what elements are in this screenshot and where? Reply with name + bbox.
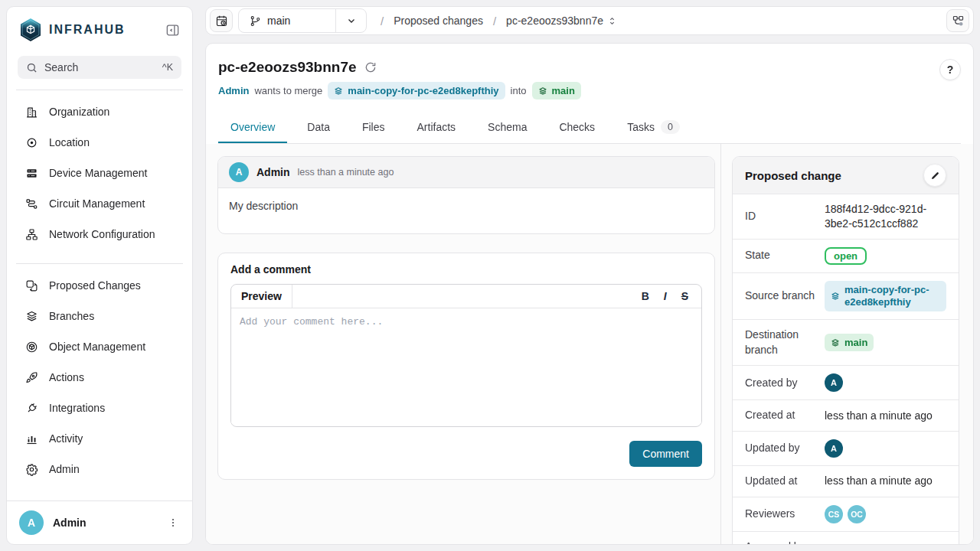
bar-chart-icon [24, 432, 38, 445]
details-sidebar: Proposed change ID 188f4d12-9dcc-921d-3b… [721, 144, 973, 544]
created-by-avatar[interactable]: A [825, 373, 843, 392]
sidebar-item-label: Branches [49, 310, 94, 322]
sidebar-item-label: Admin [49, 463, 80, 475]
sidebar-item-network-configuration[interactable]: Network Configuration [16, 219, 183, 249]
server-icon [24, 167, 38, 180]
author-link[interactable]: Admin [218, 85, 249, 96]
branch-selector-caret[interactable] [335, 9, 366, 32]
tasks-count-badge: 0 [661, 120, 680, 134]
comment: A Admin less than a minute ago My descri… [217, 156, 715, 234]
strikethrough-icon[interactable]: S [681, 290, 688, 302]
breadcrumb-separator: / [493, 15, 496, 28]
proposed-change-panel: Proposed change ID 188f4d12-9dcc-921d-3b… [732, 156, 959, 544]
git-compare-icon [24, 279, 38, 292]
panel-row-created-by: Created by A [733, 365, 959, 399]
add-comment-title: Add a comment [230, 263, 702, 276]
collapse-sidebar-icon[interactable] [164, 21, 181, 39]
reviewer-avatar[interactable]: CS [825, 505, 843, 523]
id-value: 188f4d12-9dcc-921d-3be2-c512c1ccf882 [825, 202, 946, 231]
sidebar-item-location[interactable]: Location [16, 127, 183, 158]
search-shortcut: ^K [162, 62, 173, 73]
edit-button[interactable] [923, 164, 946, 187]
search-icon [26, 62, 38, 73]
reviewer-avatar[interactable]: OC [848, 505, 866, 523]
preview-tab[interactable]: Preview [231, 285, 292, 308]
panel-row-source-branch: Source branch main-copy-for-pc-e2ed8kepf… [733, 272, 959, 320]
state-badge: open [825, 247, 867, 265]
user-name: Admin [53, 517, 157, 529]
branch-selector[interactable]: main [238, 8, 367, 33]
sidebar-item-integrations[interactable]: Integrations [16, 393, 183, 423]
git-branch-icon [250, 15, 261, 27]
add-comment-card: Add a comment Preview B I S Comment [217, 253, 715, 480]
layers-icon [24, 310, 38, 323]
sidebar: INFRAHUB Search ^K Organization [6, 6, 193, 545]
breadcrumb-separator: / [381, 15, 384, 28]
bold-icon[interactable]: B [642, 290, 649, 302]
source-branch-badge[interactable]: main-copy-for-pc-e2ed8kepfthiy [825, 281, 946, 312]
sidebar-item-actions[interactable]: Actions [16, 362, 183, 393]
panel-row-destination-branch: Destination branch main [733, 319, 959, 365]
tab-files[interactable]: Files [350, 112, 397, 143]
sidebar-item-branches[interactable]: Branches [16, 301, 183, 331]
panel-header: Proposed change [733, 157, 959, 194]
breadcrumb: / Proposed changes / pc-e2eoozs93bnn7e [381, 15, 617, 28]
source-branch-badge[interactable]: main-copy-for-pc-e2ed8kepfthiy [328, 82, 505, 99]
comment-avatar: A [229, 162, 249, 182]
network-tree-icon [24, 228, 38, 241]
updated-by-avatar[interactable]: A [825, 439, 843, 458]
divider [16, 263, 183, 264]
branch-name: main [267, 15, 290, 27]
panel-row-approved-by: Approved by [733, 531, 959, 544]
user-menu-icon[interactable] [166, 515, 180, 530]
comment-body: My description [218, 188, 714, 233]
tab-checks[interactable]: Checks [547, 112, 607, 143]
branch-selector-value[interactable]: main [239, 9, 335, 32]
layers-icon [831, 292, 840, 301]
sidebar-item-object-management[interactable]: Object Management [16, 331, 183, 362]
target-branch-badge[interactable]: main [532, 82, 581, 99]
search-input[interactable]: Search ^K [18, 56, 181, 79]
tab-tasks[interactable]: Tasks 0 [615, 112, 692, 143]
merge-text: wants to merge [254, 85, 322, 96]
sidebar-item-label: Actions [49, 371, 84, 383]
sidebar-item-organization[interactable]: Organization [16, 96, 183, 127]
tab-overview[interactable]: Overview [218, 112, 287, 143]
help-button[interactable]: ? [939, 59, 961, 80]
conversation-column: A Admin less than a minute ago My descri… [206, 144, 721, 544]
sidebar-item-proposed-changes[interactable]: Proposed Changes [16, 270, 183, 301]
schema-visualizer-button[interactable] [946, 9, 969, 32]
sidebar-item-label: Integrations [49, 402, 105, 414]
sidebar-item-device-management[interactable]: Device Management [16, 158, 183, 188]
panel-row-updated-at: Updated at less than a minute ago [733, 465, 959, 497]
divider [16, 90, 183, 90]
refresh-icon[interactable] [364, 61, 377, 73]
tab-schema[interactable]: Schema [475, 112, 539, 143]
panel-row-id: ID 188f4d12-9dcc-921d-3be2-c512c1ccf882 [733, 194, 959, 239]
sidebar-user: A Admin [7, 500, 192, 544]
tab-data[interactable]: Data [295, 112, 342, 143]
italic-icon[interactable]: I [664, 290, 667, 302]
user-avatar: A [19, 510, 44, 535]
breadcrumb-current[interactable]: pc-e2eoozs93bnn7e [506, 15, 617, 27]
pencil-icon [930, 171, 940, 181]
breadcrumb-proposed-changes[interactable]: Proposed changes [394, 15, 483, 27]
comment-submit-button[interactable]: Comment [629, 441, 702, 467]
sidebar-item-activity[interactable]: Activity [16, 423, 183, 454]
into-text: into [511, 85, 527, 96]
sidebar-item-label: Location [49, 136, 90, 148]
breadcrumb-current-label: pc-e2eoozs93bnn7e [506, 15, 603, 27]
plug-icon [24, 402, 38, 415]
calendar-clock-icon [215, 15, 228, 28]
time-travel-button[interactable] [210, 9, 233, 32]
comment-textarea[interactable] [231, 308, 701, 424]
topbar: main / Proposed changes / pc-e2eoozs93bn… [205, 6, 974, 35]
comment-author: Admin [256, 166, 290, 178]
sidebar-header: INFRAHUB [7, 7, 192, 45]
tab-artifacts[interactable]: Artifacts [405, 112, 469, 143]
sidebar-item-circuit-management[interactable]: Circuit Management [16, 188, 183, 219]
infrahub-logo [19, 18, 42, 42]
app-title: INFRAHUB [49, 23, 157, 37]
sidebar-item-admin[interactable]: Admin [16, 454, 183, 484]
destination-branch-badge[interactable]: main [825, 334, 874, 351]
